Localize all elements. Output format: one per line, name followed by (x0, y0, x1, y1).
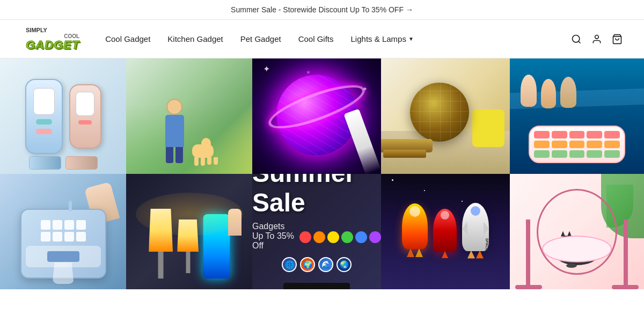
summer-sale-subtitle-text: Gadgets Up To 35% Off (252, 222, 295, 251)
hammock-bed (542, 236, 612, 262)
star-2: ✦ (362, 85, 368, 93)
search-icon (571, 34, 582, 45)
cart-icon (612, 34, 623, 45)
stand-base-left (515, 285, 542, 289)
announcement-bar[interactable]: Summer Sale - Storewide Discount Up To 3… (0, 0, 644, 20)
announcement-arrow: → (406, 5, 413, 14)
product-image-grid: ✦ ✦ ★ (0, 58, 644, 289)
logo: SIMPLY COOL GADGET (21, 25, 84, 53)
summer-sale-overlay: Summer Sale Gadgets Up To 35% Off 🌐 🌍 🌊 … (252, 174, 381, 289)
stand-base-right (612, 285, 639, 289)
color-circle-red (299, 231, 311, 243)
hammock-frame (537, 189, 617, 275)
cat-ear-left (561, 231, 565, 237)
search-button[interactable] (571, 34, 582, 45)
main-nav: Cool Gadget Kitchen Gadget Pet Gadget Co… (105, 34, 571, 43)
svg-point-0 (573, 35, 580, 42)
nav-cool-gifts[interactable]: Cool Gifts (298, 34, 334, 43)
color-circle-blue (355, 231, 367, 243)
globe-pedestal (383, 150, 426, 158)
globe-icons-row: 🌐 🌍 🌊 🌏 (282, 257, 352, 272)
grid-cell-orb[interactable]: ✦ ✦ ★ (252, 58, 381, 174)
device-illustration (0, 58, 126, 174)
color-circle-green (341, 231, 353, 243)
grid-cell-summer-sale[interactable]: Summer Sale Gadgets Up To 35% Off 🌐 🌍 🌊 … (252, 174, 381, 289)
logo-simply: SIMPLY (26, 27, 79, 33)
stand-right (624, 219, 628, 289)
stand-left (526, 219, 530, 289)
water-drop (69, 201, 72, 211)
chevron-down-icon: ▼ (408, 36, 414, 42)
pool-float-device (529, 126, 625, 163)
account-button[interactable] (591, 34, 602, 45)
cart-button[interactable] (612, 34, 623, 45)
nav-lights-lamps-label: Lights & Lamps (351, 34, 406, 43)
nav-cool-gadget[interactable]: Cool Gadget (105, 34, 150, 43)
glow (136, 193, 243, 236)
color-circle-group (299, 231, 381, 243)
header: SIMPLY COOL GADGET Cool Gadget Kitchen G… (0, 20, 644, 58)
grid-cell-lamp[interactable] (126, 174, 252, 289)
nav-pet-gadget[interactable]: Pet Gadget (240, 34, 281, 43)
rocket-space-label: SPACE (486, 238, 489, 251)
summer-sale-subtitle: Gadgets Up To 35% Off (252, 222, 381, 251)
cup (53, 262, 74, 284)
grid-cell-cat[interactable] (510, 174, 644, 289)
star-3: ★ (306, 69, 311, 75)
color-circle-orange (313, 231, 325, 243)
announcement-text: Summer Sale - Storewide Discount Up To 3… (231, 5, 404, 14)
logo-gadget: GADGET (26, 39, 79, 51)
svg-point-2 (595, 35, 599, 39)
grid-cell-device[interactable] (0, 58, 126, 174)
nav-kitchen-gadget[interactable]: Kitchen Gadget (167, 34, 223, 43)
color-circle-purple (369, 231, 381, 243)
grid-cell-person-dog[interactable] (126, 58, 252, 174)
pillow (472, 109, 504, 147)
nav-lights-lamps[interactable]: Lights & Lamps ▼ (351, 34, 414, 43)
grid-cell-rockets[interactable]: SPACE (381, 174, 510, 289)
color-circle-yellow (327, 231, 339, 243)
globe-lon-lines (410, 83, 469, 142)
pool-people (521, 75, 576, 108)
logo-link[interactable]: SIMPLY COOL GADGET (21, 25, 84, 53)
cat-paw-2 (566, 264, 577, 268)
rockets-group (381, 174, 510, 289)
header-icons (571, 34, 623, 45)
grid-cell-ice-maker[interactable] (0, 174, 126, 289)
account-icon (591, 34, 602, 45)
grid-cell-pool[interactable] (510, 58, 644, 174)
star-1: ✦ (263, 64, 270, 74)
shop-all-button[interactable]: Shop All (283, 283, 350, 289)
svg-line-1 (579, 41, 581, 43)
summer-sale-title: Summer Sale (252, 174, 381, 217)
grid-cell-globe[interactable] (381, 58, 510, 174)
globe-sphere (410, 83, 469, 142)
